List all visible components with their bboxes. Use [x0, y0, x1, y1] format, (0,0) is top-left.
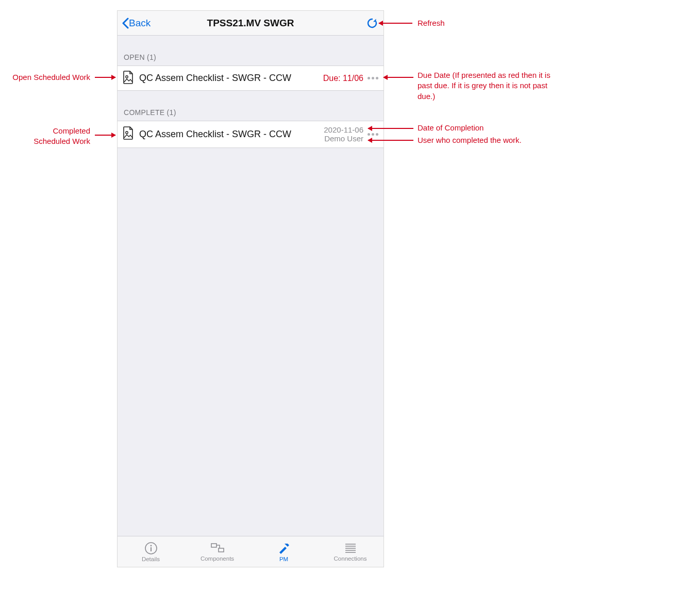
tab-bar: Details Components PM — [118, 536, 384, 567]
hammer-icon — [277, 542, 291, 555]
back-button[interactable]: Back — [122, 18, 151, 29]
svg-rect-4 — [151, 547, 152, 551]
svg-rect-6 — [219, 548, 224, 552]
callout-completion-date: Date of Completion — [418, 123, 484, 133]
callout-arrow — [368, 140, 413, 141]
connections-icon — [344, 542, 357, 554]
more-menu-button[interactable] — [366, 131, 379, 138]
tab-label: Details — [142, 556, 160, 562]
svg-rect-5 — [211, 544, 216, 547]
page-title: TPSS21.MV SWGR — [118, 18, 384, 29]
more-menu-button[interactable] — [366, 75, 379, 81]
refresh-icon — [366, 17, 378, 29]
completed-by-user: Demo User — [324, 134, 363, 143]
document-icon — [123, 71, 134, 86]
tab-connections[interactable]: Connections — [317, 536, 384, 567]
open-work-meta: Due: 11/06 — [323, 74, 379, 83]
tab-label: Connections — [334, 555, 367, 562]
complete-work-title: QC Assem Checklist - SWGR - CCW — [139, 129, 324, 140]
callout-due-date: Due Date (If presented as red then it is… — [418, 70, 562, 102]
callout-refresh: Refresh — [418, 18, 445, 28]
open-work-row[interactable]: QC Assem Checklist - SWGR - CCW Due: 11/… — [118, 66, 384, 91]
document-icon — [123, 126, 134, 142]
app-screen: Back TPSS21.MV SWGR OPEN (1) QC Assem Ch… — [117, 10, 384, 567]
due-date-label: Due: 11/06 — [323, 74, 363, 83]
components-icon — [210, 542, 225, 554]
section-header-open: OPEN (1) — [118, 36, 384, 66]
info-icon — [144, 542, 158, 555]
back-label: Back — [129, 18, 151, 29]
tab-details[interactable]: Details — [118, 536, 184, 567]
callout-arrow — [95, 77, 115, 78]
callout-arrow — [95, 135, 115, 136]
tab-label: Components — [201, 555, 234, 562]
chevron-left-icon — [122, 18, 129, 29]
open-work-title: QC Assem Checklist - SWGR - CCW — [139, 73, 323, 84]
tab-label: PM — [279, 556, 288, 562]
tab-pm[interactable]: PM — [251, 536, 317, 567]
svg-point-3 — [150, 545, 152, 546]
callout-arrow — [379, 23, 412, 24]
callout-arrow — [384, 77, 413, 78]
callout-open-work: Open Scheduled Work — [5, 72, 90, 83]
callout-completed-work: Completed Scheduled Work — [26, 126, 90, 147]
callout-completed-user: User who completed the work. — [418, 135, 522, 145]
completion-date: 2020-11-06 — [324, 125, 363, 134]
nav-header: Back TPSS21.MV SWGR — [118, 11, 384, 36]
complete-work-row[interactable]: QC Assem Checklist - SWGR - CCW 2020-11-… — [118, 121, 384, 148]
section-header-complete: COMPLETE (1) — [118, 91, 384, 121]
callout-arrow — [368, 128, 413, 129]
tab-components[interactable]: Components — [184, 536, 251, 567]
